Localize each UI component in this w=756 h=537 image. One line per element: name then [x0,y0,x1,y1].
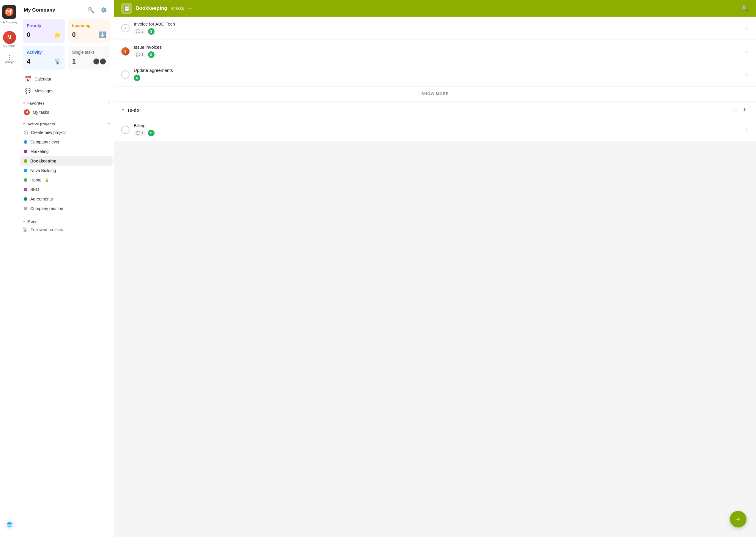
table-row[interactable]: + Invoice for ABC Tech 💬 2 S ☆ [114,17,756,40]
svg-point-0 [5,8,13,16]
task-title-3: Update agreements [134,68,740,73]
incoming-label: Incoming [72,23,107,28]
task-checkbox-billing[interactable] [121,126,130,134]
todo-collapse-arrow[interactable]: ▼ [121,108,125,112]
active-projects-header: ▼ Active projects ··· [19,118,114,128]
followed-projects-item[interactable]: 📡 Followed projects [19,225,114,234]
user-avatar: M [3,31,16,44]
sidebar-title: My Company [24,7,55,13]
star-button-1[interactable]: ☆ [744,25,749,31]
create-project-item[interactable]: + Create new project [20,128,112,137]
single-tasks-label: Single tasks [72,50,107,55]
priority-card[interactable]: Priority 0 ⭐ [22,19,65,43]
task-meta-1: 💬 2 S [134,28,740,35]
seo-item[interactable]: SEO [20,185,112,194]
task-meta-2: 💬 1 S [134,51,740,58]
agreements-label: Agreements [30,197,53,201]
show-more-button[interactable]: SHOW MORE [114,87,756,101]
star-button-billing[interactable]: ☆ [744,127,749,133]
incoming-arrow-icon: ⬇️ [99,31,106,38]
task-checkbox-2[interactable]: S [121,47,130,56]
my-tasks-item[interactable]: M My tasks [20,107,112,118]
task-checkbox-1[interactable]: + [121,24,130,32]
agreements-dot [24,197,27,201]
active-projects-collapse[interactable]: ▼ [22,122,25,126]
task-count-badge: 4 tasks [171,6,184,11]
single-tasks-card[interactable]: Single tasks 1 ⚫⚫ [68,46,111,69]
app-logo-item[interactable]: My Company [1,4,17,25]
icon-bar: My Company M My Nozbe Manage 🌐 [0,0,19,537]
assignee-badge-billing: S [148,130,155,136]
priority-bottom: 0 ⭐ [27,31,61,39]
todo-section-header: ▼ To-do ··· + [114,101,756,118]
favorites-more-button[interactable]: ··· [107,101,110,106]
default-task-section: + Invoice for ABC Tech 💬 2 S ☆ [114,17,756,86]
more-collapse-arrow[interactable]: ▼ [22,220,25,223]
favorites-collapse-arrow[interactable]: ▼ [22,102,25,105]
main-header: 📋 Bookkeeping 4 tasks ··· 🔍 [114,0,756,17]
header-search-button[interactable]: 🔍 [741,5,749,12]
globe-icon[interactable]: 🌐 [4,519,15,530]
incoming-card[interactable]: Incoming 0 ⬇️ [68,19,111,43]
activity-card[interactable]: Activity 4 📡 [22,46,65,69]
single-tasks-count: 1 [72,58,76,65]
messages-nav-item[interactable]: 💬 Messages [22,85,111,97]
calendar-icon: 📅 [24,76,31,82]
table-row[interactable]: Billing 💬 1 S ☆ [114,118,756,142]
activity-label: Activity [27,50,61,55]
app-logo-label: My Company [1,21,17,24]
create-project-icon: + [24,130,28,135]
project-title: Bookkeeping [136,5,167,11]
active-projects-label: Active projects [27,122,55,126]
todo-task-section: Billing 💬 1 S ☆ [114,118,756,142]
more-label: More [27,219,36,224]
task-title-2: Issue invoices [134,45,740,50]
home-item[interactable]: Home 🔒 [20,175,112,185]
favorites-label: Favorites [27,101,45,105]
task-area: + Invoice for ABC Tech 💬 2 S ☆ [114,17,756,537]
star-button-3[interactable]: ☆ [744,71,749,78]
agreements-item[interactable]: Agreements [20,194,112,204]
my-nozbe-item[interactable]: M My Nozbe [3,30,16,49]
table-row[interactable]: S Issue invoices 💬 1 S ☆ [114,40,756,63]
project-more-button[interactable]: ··· [188,5,192,12]
company-news-item[interactable]: Company news [20,137,112,147]
table-row[interactable]: Update agreements S ☆ [114,63,756,86]
assignee-badge-3: S [134,74,140,81]
messages-label: Messages [34,89,54,93]
priority-star-icon: ⭐ [54,31,61,38]
task-checkbox-3[interactable] [121,70,130,79]
single-tasks-bottom: 1 ⚫⚫ [72,58,107,65]
home-lock-icon: 🔒 [45,178,49,182]
manage-label: Manage [4,61,14,63]
active-projects-more-button[interactable]: ··· [107,121,110,127]
todo-add-button[interactable]: + [740,106,749,114]
favorites-section-header: ▼ Favorites ··· [19,97,114,107]
manage-dots-icon [9,55,10,60]
add-task-fab[interactable]: + [730,511,746,527]
assignee-badge-2: S [148,51,155,58]
incoming-bottom: 0 ⬇️ [72,31,107,39]
svg-point-1 [10,10,12,11]
task-content-1: Invoice for ABC Tech 💬 2 S [134,21,740,35]
search-button[interactable]: 🔍 [85,5,96,16]
star-button-2[interactable]: ☆ [744,48,749,55]
followed-projects-icon: 📡 [22,227,28,232]
nova-building-item[interactable]: Nova Building [20,166,112,175]
bookkeeping-item[interactable]: Bookkeeping [20,156,112,166]
my-tasks-avatar: M [24,109,30,115]
company-reunion-item[interactable]: Company reunion [20,204,112,213]
todo-more-button[interactable]: ··· [733,107,737,113]
activity-bottom: 4 📡 [27,58,61,65]
manage-item[interactable]: Manage [4,54,14,65]
calendar-nav-item[interactable]: 📅 Calendar [22,73,111,85]
sidebar-header: My Company 🔍 ⚙️ [19,0,114,19]
marketing-item[interactable]: Marketing [20,147,112,156]
main-content: 📋 Bookkeeping 4 tasks ··· 🔍 + Invoice fo… [114,0,756,537]
my-tasks-label: My tasks [33,110,49,115]
activity-count: 4 [27,58,30,65]
settings-button[interactable]: ⚙️ [98,5,109,16]
project-logo: 📋 [121,3,132,14]
comment-count-1: 2 [142,29,144,34]
comment-icon-1: 💬 [136,29,140,34]
